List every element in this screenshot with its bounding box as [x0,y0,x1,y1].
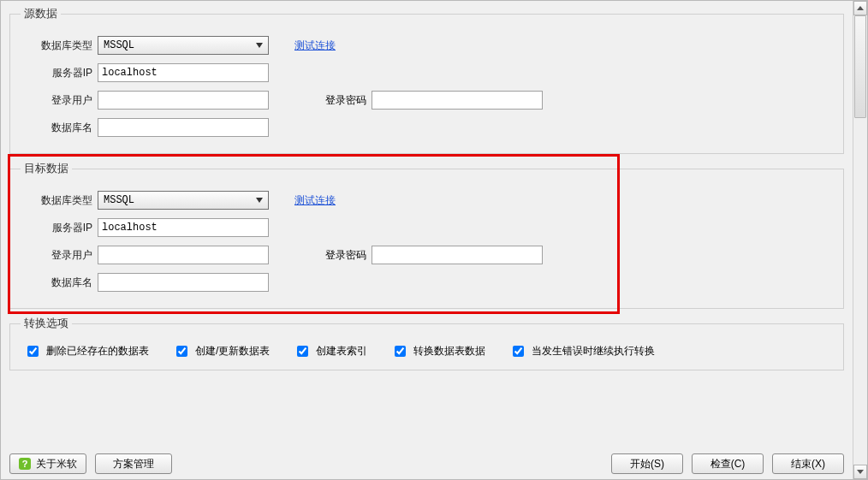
scroll-down-button[interactable] [853,465,867,479]
opt-transfer-data[interactable]: 转换数据表数据 [391,343,485,359]
app-window: 源数据 数据库类型 MSSQL 测试连接 服务器IP 登录用户 登录密码 [0,0,868,480]
source-dbtype-combo[interactable]: MSSQL [98,36,269,55]
start-label: 开始(S) [630,457,664,471]
chevron-down-icon [256,43,263,48]
footer: ? 关于米软 方案管理 开始(S) 检查(C) 结束(X) [6,449,847,474]
target-test-connection-link[interactable]: 测试连接 [294,193,336,208]
target-legend: 目标数据 [21,161,72,176]
opt-create-index-checkbox[interactable] [297,346,308,357]
target-dbtype-combo[interactable]: MSSQL [98,191,269,210]
options-row: 删除已经存在的数据表 创建/更新数据表 创建表索引 转换数据表数据 [24,343,833,359]
help-icon: ? [19,458,31,470]
opt-drop-existing[interactable]: 删除已经存在的数据表 [24,343,149,359]
source-user-label: 登录用户 [21,93,98,108]
opt-continue-on-error-checkbox[interactable] [513,346,524,357]
end-button[interactable]: 结束(X) [772,453,844,474]
source-server-input[interactable] [98,63,269,82]
about-label: 关于米软 [36,457,77,471]
source-dbname-row: 数据库名 [21,117,833,138]
scroll-up-button[interactable] [853,1,867,15]
content-area: 源数据 数据库类型 MSSQL 测试连接 服务器IP 登录用户 登录密码 [1,1,853,479]
opt-transfer-data-checkbox[interactable] [395,346,406,357]
scroll-thumb[interactable] [854,15,866,118]
about-button[interactable]: ? 关于米软 [9,453,86,474]
target-pwd-input[interactable] [372,246,543,264]
scheme-label: 方案管理 [113,457,154,471]
source-dbtype-value: MSSQL [104,39,134,51]
opt-continue-on-error[interactable]: 当发生错误时继续执行转换 [509,343,655,359]
source-server-label: 服务器IP [21,66,98,80]
target-dbname-input[interactable] [98,273,269,292]
source-user-input[interactable] [98,91,269,110]
check-button[interactable]: 检查(C) [692,453,764,474]
source-pwd-input[interactable] [372,91,543,110]
source-dbtype-row: 数据库类型 MSSQL 测试连接 [21,35,833,56]
target-server-label: 服务器IP [21,221,98,235]
source-dbname-label: 数据库名 [21,121,98,135]
start-button[interactable]: 开始(S) [611,453,683,474]
opt-create-index[interactable]: 创建表索引 [294,343,367,359]
end-label: 结束(X) [791,457,825,471]
target-server-input[interactable] [98,218,269,237]
arrow-down-icon [857,470,864,474]
opt-create-index-label: 创建表索引 [316,344,367,359]
opt-create-update-checkbox[interactable] [176,346,187,357]
source-server-row: 服务器IP [21,62,833,83]
opt-transfer-data-label: 转换数据表数据 [413,344,485,359]
target-user-row: 登录用户 登录密码 [21,245,833,265]
target-dbname-label: 数据库名 [21,276,98,290]
footer-left: ? 关于米软 方案管理 [9,453,172,474]
vertical-scrollbar[interactable] [853,1,867,479]
source-pwd-label: 登录密码 [320,93,372,108]
options-group: 转换选项 删除已经存在的数据表 创建/更新数据表 创建表索引 [9,316,844,370]
opt-create-update[interactable]: 创建/更新数据表 [173,343,270,359]
target-dbname-row: 数据库名 [21,272,833,293]
source-dbtype-label: 数据库类型 [21,39,98,53]
target-data-group: 目标数据 数据库类型 MSSQL 测试连接 服务器IP 登 [9,161,844,309]
scheme-button[interactable]: 方案管理 [95,453,172,474]
source-data-group: 源数据 数据库类型 MSSQL 测试连接 服务器IP 登录用户 登录密码 [9,6,844,154]
opt-continue-on-error-label: 当发生错误时继续执行转换 [532,344,655,359]
source-dbname-input[interactable] [98,118,269,137]
target-user-label: 登录用户 [21,248,98,263]
target-server-row: 服务器IP [21,217,833,238]
opt-drop-existing-label: 删除已经存在的数据表 [46,344,149,359]
target-dbtype-label: 数据库类型 [21,193,98,208]
chevron-down-icon [256,198,263,203]
main-scroll-body: 源数据 数据库类型 MSSQL 测试连接 服务器IP 登录用户 登录密码 [6,1,847,446]
source-test-connection-link[interactable]: 测试连接 [294,39,336,53]
footer-right: 开始(S) 检查(C) 结束(X) [611,453,844,474]
arrow-up-icon [857,6,864,10]
target-dbtype-value: MSSQL [104,194,134,206]
source-user-row: 登录用户 登录密码 [21,90,833,110]
options-legend: 转换选项 [21,316,72,331]
target-user-input[interactable] [98,246,269,264]
opt-create-update-label: 创建/更新数据表 [195,344,270,359]
check-label: 检查(C) [710,457,746,471]
target-dbtype-row: 数据库类型 MSSQL 测试连接 [21,190,833,210]
opt-drop-existing-checkbox[interactable] [27,346,39,357]
scroll-track[interactable] [853,15,867,465]
source-legend: 源数据 [21,6,61,21]
target-pwd-label: 登录密码 [320,248,372,263]
